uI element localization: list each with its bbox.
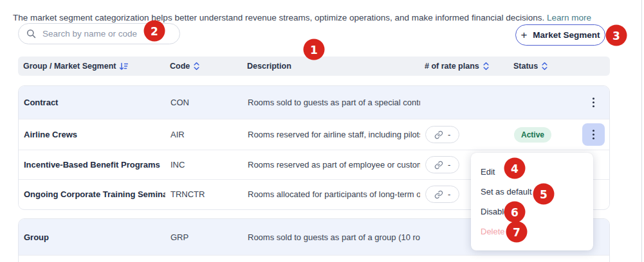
rate-plans-count: - xyxy=(448,189,450,199)
annotation-badge-7: 7 xyxy=(506,222,528,243)
plus-icon: + xyxy=(520,30,527,40)
segment-code: TRNCTR xyxy=(165,189,243,199)
vertical-divider xyxy=(641,0,642,262)
menu-item-disable[interactable]: Disable xyxy=(471,202,593,222)
row-context-menu: EditSet as defaultDisableDelete xyxy=(471,153,593,250)
column-header-description[interactable]: Description xyxy=(242,62,419,71)
link-icon xyxy=(434,130,443,139)
link-icon xyxy=(434,161,443,170)
add-button-label: Market Segment xyxy=(533,30,600,40)
annotation-badge-3: 3 xyxy=(606,25,627,46)
annotation-badge-2: 2 xyxy=(144,21,165,42)
segment-name: Ongoing Corporate Training Seminars xyxy=(19,189,165,199)
column-header-rate-plans[interactable]: # of rate plans xyxy=(419,62,508,71)
column-header-group-market-segment[interactable]: Group / Market Segment xyxy=(18,62,165,71)
rate-plans-count: - xyxy=(448,130,450,139)
link-icon xyxy=(434,190,443,199)
row-actions-kebab[interactable] xyxy=(582,91,605,114)
sort-chevrons-icon xyxy=(483,62,490,71)
menu-item-set-as-default[interactable]: Set as default xyxy=(471,182,593,202)
segment-name: Incentive-Based Benefit Programs xyxy=(19,160,165,170)
segment-code: AIR xyxy=(165,130,243,139)
sort-chevrons-icon xyxy=(541,62,548,71)
rate-plans-pill[interactable]: - xyxy=(425,186,459,203)
sort-chevrons-icon xyxy=(193,62,200,71)
rate-plans-pill[interactable]: - xyxy=(425,156,459,173)
segment-code: CON xyxy=(165,98,243,107)
add-market-segment-button[interactable]: + Market Segment xyxy=(515,24,605,46)
partial-next-row xyxy=(19,255,609,262)
annotation-badge-5: 5 xyxy=(533,184,555,205)
segment-code: INC xyxy=(165,160,243,170)
segment-description: Rooms reserved for airline staff, includ… xyxy=(243,130,420,139)
table-row: Contract CON Rooms sold to guests as par… xyxy=(19,86,609,119)
segment-name: Contract xyxy=(19,98,165,107)
column-header-status[interactable]: Status xyxy=(508,62,565,71)
intro-sentence: The market segment categorization helps … xyxy=(13,13,544,22)
rate-plans-pill[interactable]: - xyxy=(425,126,459,143)
menu-item-delete[interactable]: Delete xyxy=(471,222,593,241)
segment-name: Group xyxy=(19,232,165,242)
learn-more-link[interactable]: Learn more xyxy=(547,13,591,22)
segment-description: Rooms sold to guests as part of a group … xyxy=(243,232,420,242)
search-icon xyxy=(26,29,36,39)
annotation-badge-6: 6 xyxy=(504,202,526,223)
segment-name: Airline Crews xyxy=(19,130,165,139)
intro-text: The market segment categorization helps … xyxy=(13,12,591,24)
menu-item-edit[interactable]: Edit xyxy=(471,162,593,182)
annotation-badge-1: 1 xyxy=(304,39,325,60)
status-badge: Active xyxy=(514,127,551,143)
segment-description: Rooms reserved as part of employee or cu… xyxy=(243,160,420,170)
sort-descending-icon xyxy=(119,62,128,71)
rate-plans-count: - xyxy=(448,160,450,170)
table-row: Airline Crews AIR Rooms reserved for air… xyxy=(19,119,609,150)
column-header-code[interactable]: Code xyxy=(165,62,242,71)
segment-description: Rooms sold to guests as part of a specia… xyxy=(243,98,420,107)
segment-description: Rooms allocated for participants of long… xyxy=(243,189,420,199)
row-actions-kebab[interactable] xyxy=(582,123,605,146)
annotation-badge-4: 4 xyxy=(504,158,526,179)
segment-code: GRP xyxy=(165,232,243,242)
